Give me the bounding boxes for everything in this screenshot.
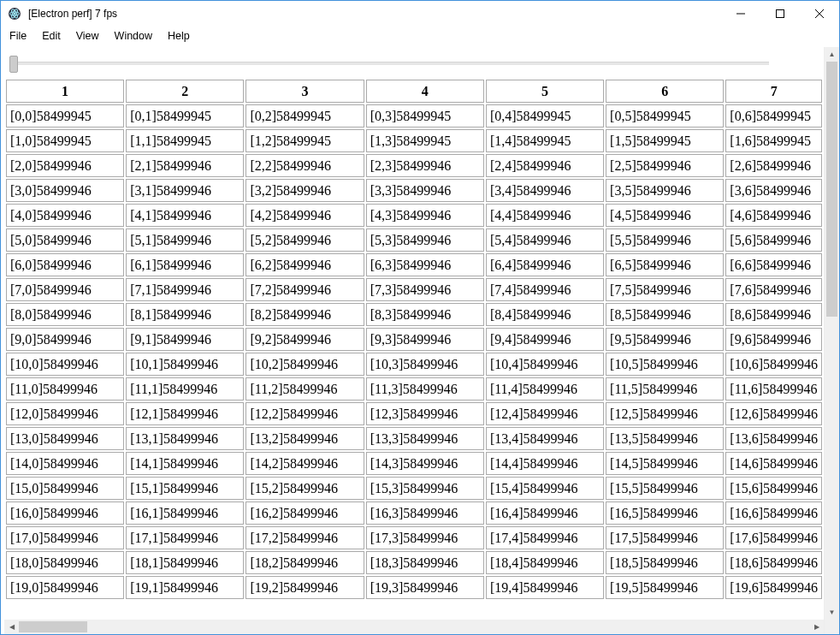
table-cell: [19,3]58499946 — [366, 576, 484, 599]
horizontal-scrollbar-thumb[interactable] — [19, 621, 87, 632]
scroll-left-button[interactable]: ◀ — [4, 620, 19, 634]
app-window: [Electron perf] 7 fps File Edit View Win… — [0, 0, 840, 635]
table-cell: [6,1]58499946 — [126, 253, 244, 276]
table-cell: [2,5]58499946 — [606, 154, 724, 177]
table-cell: [18,6]58499946 — [725, 551, 822, 574]
vertical-scrollbar-thumb[interactable] — [826, 62, 837, 317]
svg-point-1 — [14, 13, 16, 15]
table-cell: [11,2]58499946 — [245, 377, 364, 401]
caret-right-icon: ▶ — [814, 623, 819, 631]
table-cell: [14,3]58499946 — [366, 452, 484, 475]
table-cell: [9,3]58499946 — [366, 328, 484, 351]
table-row: [16,0]58499946[16,1]58499946[16,2]584999… — [6, 501, 822, 525]
table-row: [7,0]58499946[7,1]58499946[7,2]58499946[… — [6, 278, 822, 301]
scroll-down-button[interactable]: ▼ — [825, 605, 839, 620]
minimize-button[interactable] — [721, 1, 760, 27]
table-cell: [2,4]58499946 — [486, 154, 604, 177]
table-cell: [5,2]58499946 — [245, 228, 364, 252]
table-cell: [13,4]58499946 — [486, 427, 604, 450]
table-cell: [8,5]58499946 — [606, 303, 724, 326]
column-header: 2 — [126, 80, 244, 103]
column-header: 6 — [606, 80, 724, 103]
content: 1234567 [0,0]58499945[0,1]58499945[0,2]5… — [1, 47, 824, 634]
menu-file[interactable]: File — [1, 28, 34, 44]
table-cell: [3,3]58499946 — [366, 179, 484, 202]
table-cell: [11,0]58499946 — [6, 377, 124, 401]
menu-edit[interactable]: Edit — [34, 28, 68, 44]
table-cell: [9,5]58499946 — [606, 328, 724, 351]
table-cell: [7,4]58499946 — [486, 278, 604, 301]
table-cell: [15,2]58499946 — [245, 477, 364, 500]
table-cell: [11,6]58499946 — [725, 377, 822, 401]
table-cell: [0,5]58499945 — [606, 104, 724, 128]
table-cell: [19,4]58499946 — [486, 576, 604, 599]
table-cell: [16,2]58499946 — [245, 501, 364, 525]
table-row: [6,0]58499946[6,1]58499946[6,2]58499946[… — [6, 253, 822, 276]
table-cell: [2,6]58499946 — [725, 154, 822, 177]
menu-view[interactable]: View — [68, 28, 107, 44]
table-cell: [3,0]58499946 — [6, 179, 124, 202]
table-header-row: 1234567 — [6, 80, 822, 103]
table-row: [1,0]58499945[1,1]58499945[1,2]58499945[… — [6, 129, 822, 152]
table-cell: [14,4]58499946 — [486, 452, 604, 475]
table-cell: [6,2]58499946 — [245, 253, 364, 276]
table-cell: [1,1]58499945 — [126, 129, 244, 152]
table-cell: [0,4]58499945 — [486, 104, 604, 128]
titlebar: [Electron perf] 7 fps — [1, 1, 839, 27]
table-cell: [7,6]58499946 — [725, 278, 822, 301]
table-cell: [2,3]58499946 — [366, 154, 484, 177]
column-header: 1 — [6, 80, 124, 103]
table-cell: [4,0]58499946 — [6, 204, 124, 227]
data-table: 1234567 [0,0]58499945[0,1]58499945[0,2]5… — [4, 78, 824, 601]
table-row: [17,0]58499946[17,1]58499946[17,2]584999… — [6, 526, 822, 549]
table-cell: [5,3]58499946 — [366, 228, 484, 252]
slider[interactable] — [9, 56, 769, 69]
table-cell: [4,4]58499946 — [486, 204, 604, 227]
table-cell: [19,1]58499946 — [126, 576, 244, 599]
horizontal-scrollbar[interactable]: ◀ ▶ — [4, 620, 824, 634]
menu-help[interactable]: Help — [160, 28, 198, 44]
table-cell: [14,2]58499946 — [245, 452, 364, 475]
scroll-up-button[interactable]: ▲ — [825, 47, 839, 62]
table-cell: [14,0]58499946 — [6, 452, 124, 475]
table-cell: [8,2]58499946 — [245, 303, 364, 326]
table-cell: [3,1]58499946 — [126, 179, 244, 202]
table-cell: [17,2]58499946 — [245, 526, 364, 549]
table-cell: [9,6]58499946 — [725, 328, 822, 351]
table-cell: [13,6]58499946 — [725, 427, 822, 450]
table-cell: [19,2]58499946 — [245, 576, 364, 599]
table-cell: [12,3]58499946 — [366, 402, 484, 425]
table-cell: [12,4]58499946 — [486, 402, 604, 425]
slider-row — [4, 56, 824, 78]
menu-window[interactable]: Window — [107, 28, 160, 44]
vertical-scrollbar[interactable]: ▲ ▼ — [824, 47, 839, 634]
table-cell: [13,1]58499946 — [126, 427, 244, 450]
table-cell: [10,5]58499946 — [606, 353, 724, 376]
caret-up-icon: ▲ — [829, 50, 836, 58]
table-cell: [11,1]58499946 — [126, 377, 244, 401]
menubar: File Edit View Window Help — [1, 27, 839, 47]
table-cell: [17,5]58499946 — [606, 526, 724, 549]
table-cell: [7,1]58499946 — [126, 278, 244, 301]
table-row: [13,0]58499946[13,1]58499946[13,2]584999… — [6, 427, 822, 450]
table-row: [5,0]58499946[5,1]58499946[5,2]58499946[… — [6, 228, 822, 252]
table-cell: [17,1]58499946 — [126, 526, 244, 549]
maximize-button[interactable] — [760, 1, 800, 27]
table-cell: [11,3]58499946 — [366, 377, 484, 401]
table-cell: [17,3]58499946 — [366, 526, 484, 549]
table-row: [19,0]58499946[19,1]58499946[19,2]584999… — [6, 576, 822, 599]
table-cell: [1,4]58499945 — [486, 129, 604, 152]
table-cell: [19,0]58499946 — [6, 576, 124, 599]
table-cell: [5,6]58499946 — [725, 228, 822, 252]
table-row: [11,0]58499946[11,1]58499946[11,2]584999… — [6, 377, 822, 401]
table-cell: [0,2]58499945 — [245, 104, 364, 128]
close-button[interactable] — [800, 1, 839, 27]
table-cell: [7,2]58499946 — [245, 278, 364, 301]
table-cell: [16,3]58499946 — [366, 501, 484, 525]
table-cell: [10,0]58499946 — [6, 353, 124, 376]
scroll-right-button[interactable]: ▶ — [809, 620, 824, 634]
table-cell: [13,5]58499946 — [606, 427, 724, 450]
table-cell: [8,1]58499946 — [126, 303, 244, 326]
table-cell: [3,4]58499946 — [486, 179, 604, 202]
slider-thumb[interactable] — [9, 56, 18, 73]
